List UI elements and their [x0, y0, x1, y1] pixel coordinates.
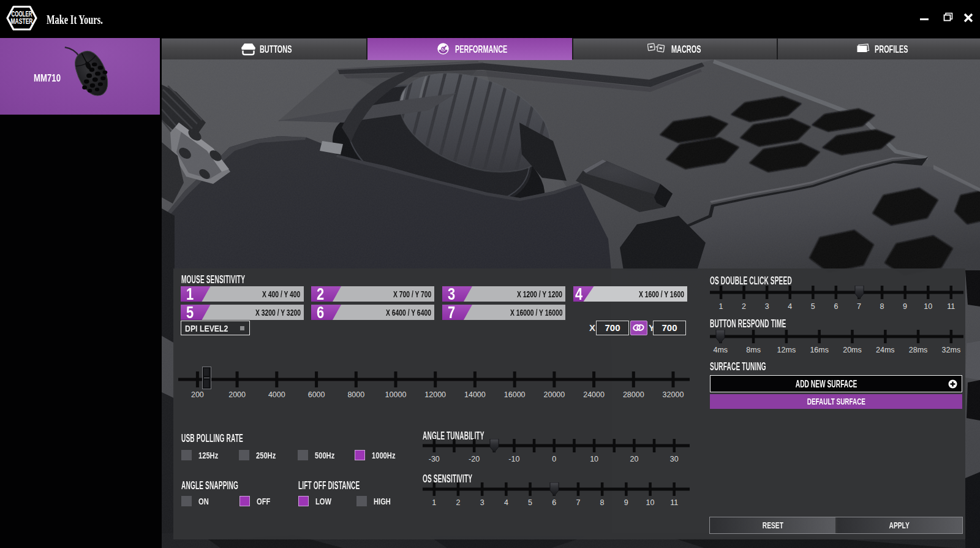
svg-text:MASTER: MASTER [11, 17, 33, 26]
